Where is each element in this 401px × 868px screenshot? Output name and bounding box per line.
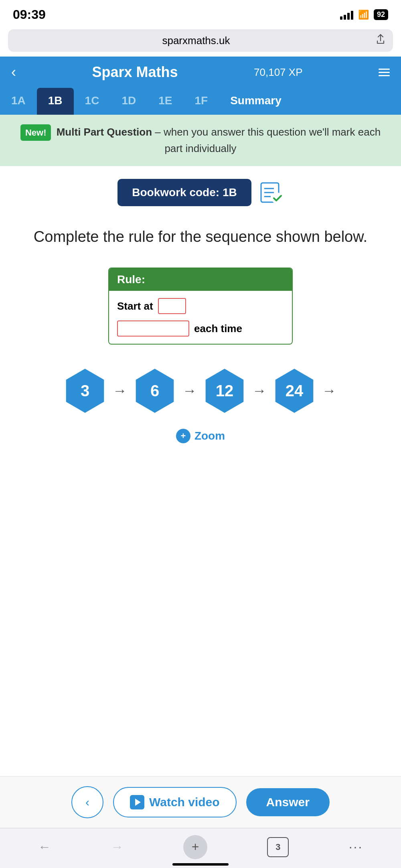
browser-plus-icon: + [183,835,207,859]
hex-value-4: 24 [272,369,316,413]
browser-nav: ← → + 3 ··· [0,828,401,868]
home-indicator [172,863,229,866]
bookwork-row: Bookwork code: 1B [0,166,401,214]
watch-video-label: Watch video [149,795,220,809]
sequence-hex-4: 24 [272,369,316,413]
arrow-3: → [252,382,267,399]
back-button[interactable]: ‹ [71,786,103,818]
tab-1b[interactable]: 1B [37,88,74,115]
main-content: New! Multi Part Question – when you answ… [0,115,401,556]
status-icons: 📶 92 [340,9,388,20]
browser-forward-arrow-icon: → [111,840,124,854]
status-time: 09:39 [13,7,46,22]
arrow-4: → [322,382,336,399]
zoom-plus-icon: + [176,429,190,443]
browser-more-icon: ··· [349,840,363,854]
rule-box: Rule: Start at each time [108,268,293,345]
browser-tabs-button[interactable]: 3 [267,837,289,857]
tab-1d[interactable]: 1D [110,88,147,115]
rule-operation-input[interactable] [117,320,189,337]
bottom-action-bar: ‹ Watch video Answer [0,776,401,828]
browser-tab-count: 3 [267,837,289,857]
sequence-hex-3: 12 [203,369,247,413]
share-icon[interactable] [376,34,385,47]
each-time-label: each time [194,322,242,335]
browser-forward-button[interactable]: → [111,840,124,854]
notice-bold-text: Multi Part Question [57,126,152,138]
arrow-2: → [182,382,197,399]
hex-value-1: 3 [63,369,107,413]
wifi-icon: 📶 [358,10,369,20]
browser-back-button[interactable]: ← [38,840,51,854]
arrow-1: → [113,382,127,399]
notice-banner: New! Multi Part Question – when you answ… [0,115,401,166]
url-bar[interactable]: sparxmaths.uk [8,29,393,52]
tab-1c[interactable]: 1C [74,88,111,115]
nav-back-button[interactable]: ‹ [11,64,16,81]
browser-more-button[interactable]: ··· [349,840,363,854]
start-at-label: Start at [117,300,153,312]
url-text: sparxmaths.uk [16,34,376,47]
sequence-hex-1: 3 [63,369,107,413]
rule-box-container: Rule: Start at each time [0,256,401,353]
url-bar-container: sparxmaths.uk [0,26,401,57]
video-play-icon [130,795,144,809]
nav-title: Sparx Maths [92,64,178,81]
battery-indicator: 92 [374,9,388,20]
zoom-label: Zoom [194,430,225,442]
rule-start-at-row: Start at [117,298,284,314]
signal-icon [340,10,353,20]
back-chevron-icon: ‹ [85,795,89,809]
zoom-button[interactable]: + Zoom [176,429,225,443]
sequence-hex-2: 6 [133,369,177,413]
answer-button[interactable]: Answer [246,788,330,816]
rule-each-time-row: each time [117,320,284,337]
sequence-diagram: 3 → 6 → 12 → 24 → [0,353,401,421]
nav-menu-button[interactable] [379,69,390,76]
zoom-row: + Zoom [0,421,401,451]
bookwork-check-icon [259,180,284,205]
browser-new-tab-button[interactable]: + [183,835,207,859]
start-at-input[interactable] [158,298,186,314]
hex-value-2: 6 [133,369,177,413]
watch-video-button[interactable]: Watch video [113,787,237,817]
nav-header: ‹ Sparx Maths 70,107 XP [0,57,401,88]
tab-1f[interactable]: 1F [183,88,219,115]
tabs-row: 1A 1B 1C 1D 1E 1F Summary [0,88,401,115]
new-badge: New! [20,124,51,141]
tab-1e[interactable]: 1E [147,88,183,115]
notice-text: – when you answer this question we'll ma… [155,126,381,154]
bookwork-badge: Bookwork code: 1B [117,179,251,206]
hex-value-3: 12 [203,369,247,413]
tab-summary[interactable]: Summary [219,88,293,115]
status-bar: 09:39 📶 92 [0,0,401,26]
rule-box-header: Rule: [109,268,292,291]
rule-box-body: Start at each time [109,291,292,344]
question-text: Complete the rule for the sequence shown… [0,214,401,256]
tab-1a[interactable]: 1A [0,88,37,115]
nav-xp: 70,107 XP [254,66,302,79]
browser-back-arrow-icon: ← [38,840,51,854]
